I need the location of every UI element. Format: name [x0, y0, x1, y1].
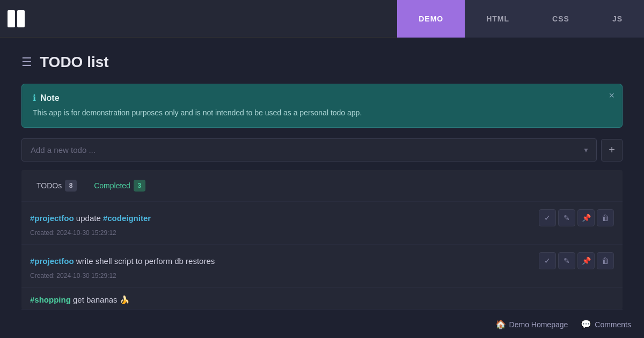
logo-icon [6, 9, 26, 28]
svg-rect-0 [8, 10, 15, 27]
tab-css[interactable]: CSS [531, 0, 591, 38]
tab-completed[interactable]: Completed 3 [87, 177, 152, 195]
main-content: ☰ TODO list × ℹ Note This app is for dem… [0, 38, 644, 326]
nav-tabs: DEMO HTML CSS JS [397, 0, 644, 38]
todo-tag: #projectfoo [30, 214, 74, 223]
logo-area [0, 9, 32, 28]
edit-button[interactable]: ✎ [558, 252, 575, 269]
todos-tab-label: TODOs [36, 181, 62, 190]
svg-rect-1 [17, 10, 25, 27]
page-title: TODO list [40, 54, 109, 71]
todo-list-container: TODOs 8 Completed 3 #projectfoo update #… [21, 170, 623, 310]
demo-homepage-link[interactable]: 🏠 Demo Homepage [495, 319, 568, 329]
note-header: ℹ Note [33, 93, 611, 103]
todo-body: write shell script to perform db restore… [76, 256, 215, 266]
pin-button[interactable]: 📌 [577, 252, 595, 269]
delete-button[interactable]: 🗑 [597, 252, 614, 269]
delete-button[interactable]: 🗑 [597, 209, 614, 226]
comments-link[interactable]: 💬 Comments [581, 319, 631, 329]
tab-todos[interactable]: TODOs 8 [30, 177, 83, 195]
check-button[interactable]: ✓ [539, 252, 556, 269]
todo-item: #shopping get bananas 🍌 [21, 288, 623, 310]
todo-tag: #shopping [30, 295, 71, 304]
tab-html[interactable]: HTML [465, 0, 531, 38]
pin-button[interactable]: 📌 [577, 209, 595, 226]
note-banner: × ℹ Note This app is for demonstration p… [21, 84, 623, 128]
todo-text: #shopping get bananas 🍌 [30, 295, 130, 305]
todo-text: #projectfoo write shell script to perfor… [30, 256, 215, 266]
todo-item: #projectfoo update #codeigniter ✓ ✎ 📌 🗑 … [21, 202, 623, 245]
completed-tab-label: Completed [94, 181, 130, 190]
completed-badge: 3 [134, 180, 145, 192]
page-title-row: ☰ TODO list [21, 54, 623, 71]
note-text: This app is for demonstration purposes o… [33, 107, 611, 119]
tab-js[interactable]: JS [591, 0, 644, 38]
todos-badge: 8 [65, 180, 77, 192]
note-title: Note [40, 93, 60, 103]
add-todo-input[interactable] [21, 138, 597, 161]
todo-text: #projectfoo update #codeigniter [30, 214, 151, 223]
todo-body: update [76, 214, 103, 223]
comments-label: Comments [595, 320, 631, 329]
todo-meta: Created: 2024-10-30 15:29:12 [30, 229, 614, 237]
todo-item: #projectfoo write shell script to perfor… [21, 245, 623, 288]
list-icon: ☰ [21, 55, 32, 69]
todo-tabs: TODOs 8 Completed 3 [21, 170, 623, 202]
dropdown-arrow-icon: ▼ [583, 146, 589, 154]
todo-actions: ✓ ✎ 📌 🗑 [539, 209, 614, 226]
tab-demo[interactable]: DEMO [397, 0, 465, 38]
bottom-bar: 🏠 Demo Homepage 💬 Comments [482, 311, 644, 338]
info-icon: ℹ [33, 93, 36, 103]
home-icon: 🏠 [495, 319, 506, 329]
note-close-button[interactable]: × [609, 91, 614, 100]
todo-tag: #projectfoo [30, 256, 74, 266]
todo-body: get bananas 🍌 [73, 295, 130, 304]
demo-homepage-label: Demo Homepage [509, 320, 568, 329]
todo-meta: Created: 2024-10-30 15:29:12 [30, 272, 614, 280]
check-button[interactable]: ✓ [539, 209, 556, 226]
comments-icon: 💬 [581, 319, 591, 329]
add-todo-row: ▼ + [21, 138, 623, 161]
topbar: DEMO HTML CSS JS [0, 0, 644, 38]
add-todo-input-wrapper: ▼ [21, 138, 597, 161]
todo-actions: ✓ ✎ 📌 🗑 [539, 252, 614, 269]
add-todo-button[interactable]: + [601, 139, 623, 161]
edit-button[interactable]: ✎ [558, 209, 575, 226]
todo-tag2: #codeigniter [103, 214, 151, 223]
